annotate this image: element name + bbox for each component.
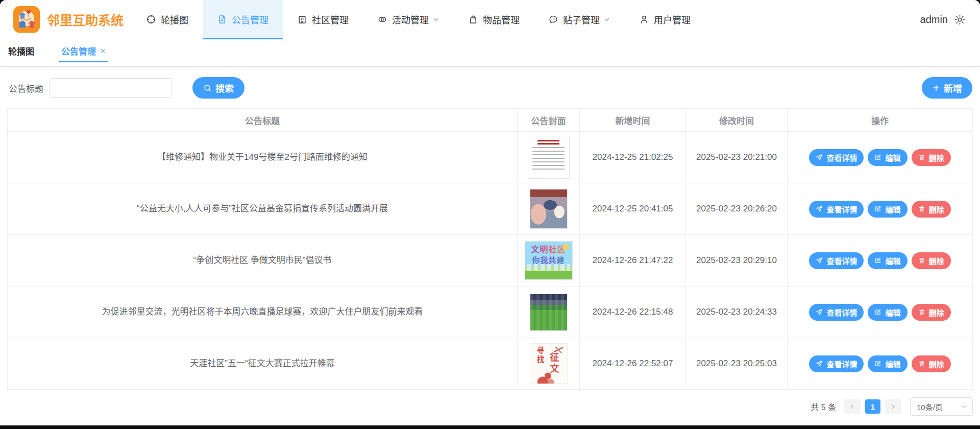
chevron-down-icon (960, 403, 967, 410)
search-icon (203, 84, 212, 92)
page-size-select[interactable]: 10条/页 (910, 397, 973, 416)
announcement-cover-image[interactable]: 文明社区你我共建 (525, 241, 573, 280)
delete-button[interactable]: 删除 (912, 149, 951, 166)
table-row: 天涯社区”五一“征文大赛正式拉开帷幕寻找征文2024-12-26 22:52:0… (8, 338, 972, 389)
column-header: 公告标题 (8, 109, 518, 131)
nav-item-activity[interactable]: 活动管理 (363, 0, 454, 39)
view-button[interactable]: 查看详情 (809, 304, 864, 321)
actions-cell: 查看详情编辑删除 (788, 338, 972, 389)
table-row: 【维修通知】物业关于149号楼至2号门路面维修的通知2024-12-25 21:… (8, 131, 972, 183)
total-count: 共 5 条 (811, 400, 836, 413)
announcement-cover-image[interactable] (530, 294, 568, 331)
announcement-cover-image[interactable] (528, 136, 570, 179)
delete-button[interactable]: 删除 (912, 252, 951, 269)
nav-item-label: 轮播图 (161, 13, 188, 26)
filter-row: 公告标题 搜索 新增 (9, 77, 972, 99)
modified-time: 2025-02-23 20:25:03 (686, 338, 788, 389)
delete-button-label: 删除 (929, 255, 944, 266)
nav-item-posts[interactable]: 贴子管理 (534, 0, 625, 39)
main-nav: 轮播图公告管理社区管理活动管理物品管理贴子管理用户管理 (132, 0, 705, 39)
nav-item-goods[interactable]: 物品管理 (454, 0, 534, 39)
chevron-down-icon (432, 16, 439, 23)
view-button[interactable]: 查看详情 (809, 201, 864, 218)
pagination: 共 5 条 1 10条/页 (7, 397, 973, 416)
edit-icon (874, 205, 881, 212)
delete-button-label: 删除 (929, 152, 944, 163)
app-window: 邻里互助系统 轮播图公告管理社区管理活动管理物品管理贴子管理用户管理 admin… (0, 0, 980, 425)
tab-announcement[interactable]: 公告管理 (60, 39, 107, 62)
send-icon (816, 205, 823, 212)
nav-item-users[interactable]: 用户管理 (625, 0, 705, 39)
view-button[interactable]: 查看详情 (809, 252, 864, 269)
column-header: 公告封面 (518, 109, 580, 131)
view-button[interactable]: 查看详情 (809, 355, 864, 372)
created-time: 2024-12-26 22:15:48 (580, 287, 686, 338)
add-button[interactable]: 新增 (922, 77, 972, 99)
cover-cell (518, 183, 580, 234)
search-button-label: 搜索 (215, 81, 234, 94)
send-icon (816, 308, 823, 316)
edit-button[interactable]: 编辑 (868, 149, 907, 166)
announcement-title: 【维修通知】物业关于149号楼至2号门路面维修的通知 (8, 132, 518, 183)
edit-icon (874, 257, 881, 264)
edit-button[interactable]: 编辑 (868, 355, 907, 372)
current-user[interactable]: admin (920, 14, 948, 26)
nav-item-label: 用户管理 (654, 13, 691, 26)
modified-time: 2025-02-23 20:21:00 (686, 132, 788, 183)
cover-cell: 文明社区你我共建 (518, 235, 580, 286)
chevron-down-icon (603, 16, 610, 23)
column-header: 操作 (788, 109, 972, 131)
gear-icon[interactable] (954, 14, 966, 26)
delete-button-label: 删除 (929, 307, 944, 318)
top-navbar: 邻里互助系统 轮播图公告管理社区管理活动管理物品管理贴子管理用户管理 admin (0, 0, 980, 39)
edit-button[interactable]: 编辑 (868, 201, 907, 218)
modified-time: 2025-02-23 20:26:20 (686, 183, 788, 234)
delete-button[interactable]: 删除 (912, 355, 951, 372)
edit-button-label: 编辑 (885, 307, 900, 318)
view-button-label: 查看详情 (826, 255, 857, 266)
announcement-cover-image[interactable]: 寻找征文 (530, 343, 568, 384)
view-button[interactable]: 查看详情 (809, 149, 864, 166)
nav-item-label: 物品管理 (483, 13, 520, 26)
actions-cell: 查看详情编辑删除 (788, 235, 972, 286)
tab-carousel[interactable]: 轮播图 (7, 39, 35, 62)
edit-button[interactable]: 编辑 (868, 252, 907, 269)
goods-icon (468, 14, 478, 25)
announcement-title: 天涯社区”五一“征文大赛正式拉开帷幕 (8, 338, 518, 389)
delete-button[interactable]: 删除 (912, 201, 951, 218)
plus-icon (932, 84, 940, 92)
cover-cell (518, 132, 580, 183)
nav-item-label: 贴子管理 (563, 13, 600, 26)
chevron-right-icon (890, 403, 897, 410)
nav-item-community[interactable]: 社区管理 (283, 0, 363, 39)
prev-page-button[interactable] (844, 399, 861, 414)
announcement-title-input[interactable] (50, 78, 172, 98)
modified-time: 2025-02-23 20:24:33 (686, 287, 788, 338)
nav-item-announcement[interactable]: 公告管理 (203, 0, 283, 39)
column-header: 修改时间 (686, 109, 788, 131)
close-icon[interactable] (100, 47, 106, 54)
app-title: 邻里互助系统 (47, 10, 124, 29)
announcements-table: 公告标题公告封面新增时间修改时间操作 【维修通知】物业关于149号楼至2号门路面… (7, 108, 973, 390)
content-divider (0, 66, 980, 67)
search-button[interactable]: 搜索 (192, 77, 244, 99)
nav-item-label: 活动管理 (392, 13, 429, 26)
announcement-title: “公益无大小,人人可参与”社区公益基金募捐宣传系列活动圆满开展 (8, 183, 518, 234)
delete-button[interactable]: 删除 (912, 304, 951, 321)
view-button-label: 查看详情 (826, 152, 857, 163)
nav-item-carousel[interactable]: 轮播图 (132, 0, 203, 39)
edit-icon (874, 308, 881, 316)
tab-label: 公告管理 (61, 44, 96, 57)
trash-icon (918, 257, 925, 264)
announcement-cover-image[interactable] (530, 189, 568, 229)
trash-icon (918, 154, 925, 161)
next-page-button[interactable] (885, 399, 901, 414)
edit-button-label: 编辑 (885, 152, 900, 163)
nav-item-label: 社区管理 (312, 13, 349, 26)
view-button-label: 查看详情 (826, 359, 857, 369)
table-header-row: 公告标题公告封面新增时间修改时间操作 (8, 109, 972, 131)
edit-button[interactable]: 编辑 (868, 304, 907, 321)
page-number-button[interactable]: 1 (865, 399, 880, 414)
delete-button-label: 删除 (929, 359, 944, 369)
table-body: 【维修通知】物业关于149号楼至2号门路面维修的通知2024-12-25 21:… (8, 131, 972, 389)
